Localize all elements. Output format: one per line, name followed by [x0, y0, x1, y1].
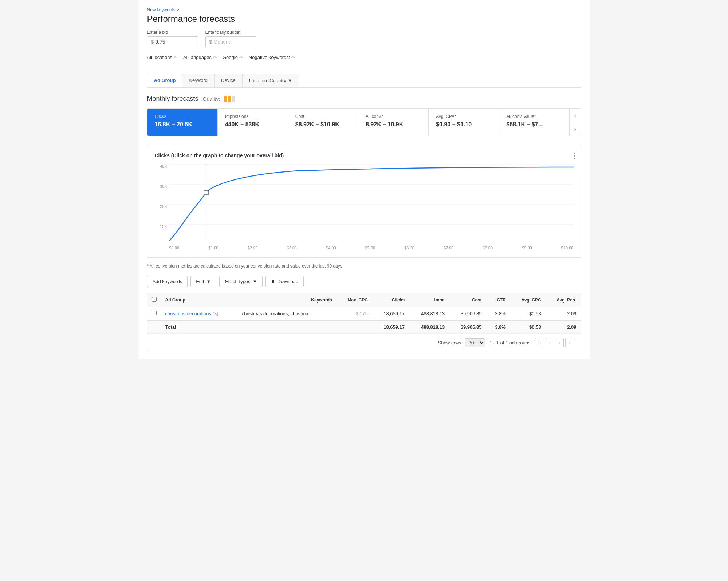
metric-all-conv-value: 8.92K – 10.9K — [366, 121, 421, 128]
metric-clicks[interactable]: Clicks 16.8K – 20.5K — [147, 109, 218, 136]
edit-label: Edit — [196, 279, 204, 284]
total-clicks: 18,659.17 — [372, 320, 409, 334]
select-all-checkbox[interactable] — [152, 297, 157, 302]
total-row: Total 18,659.17 488,818.13 $9,906.85 3.8… — [147, 320, 581, 334]
metric-cost-value: $8.92K – $10.9K — [295, 121, 351, 128]
svg-rect-6 — [204, 190, 208, 195]
tab-device[interactable]: Device — [214, 74, 243, 87]
metric-all-conv-value[interactable]: All conv. value* $58.1K – $7… — [499, 109, 569, 136]
metric-avg-cpa[interactable]: Avg. CPA* $0.90 – $1.10 — [429, 109, 499, 136]
ad-group-link[interactable]: christmas decorations — [165, 311, 211, 316]
match-types-dropdown-icon: ▼ — [253, 279, 257, 284]
metric-all-conv[interactable]: All conv.* 8.92K – 10.9K — [358, 109, 429, 136]
keywords-table: Ad Group Keywords Max. CPC Clicks Impr. … — [147, 293, 581, 351]
header-keywords: Keywords — [237, 293, 337, 307]
bid-input[interactable] — [155, 39, 194, 45]
location-label: All locations — [147, 55, 172, 60]
language-filter[interactable]: All languages ✏ — [183, 55, 217, 60]
first-page-button[interactable]: |‹ — [535, 338, 544, 347]
tab-keyword[interactable]: Keyword — [182, 74, 215, 87]
download-button[interactable]: ⬇ Download — [265, 276, 304, 287]
metrics-row: Clicks 16.8K – 20.5K Impressions 440K – … — [147, 108, 581, 136]
x-label-9: $9.00 — [522, 246, 532, 250]
prev-page-button[interactable]: ‹ — [546, 338, 554, 347]
row-ctr: 3.8% — [486, 307, 510, 321]
footnote: * All conversion metrics are calculated … — [147, 264, 581, 269]
location-filter[interactable]: All locations ✏ — [147, 55, 177, 60]
metric-clicks-label: Clicks — [155, 114, 210, 119]
chart-area[interactable] — [169, 164, 574, 244]
row-clicks: 18,659.17 — [372, 307, 409, 321]
x-label-1: $1.00 — [208, 246, 219, 250]
chart-more-button[interactable] — [574, 153, 575, 159]
budget-input[interactable] — [213, 39, 252, 45]
x-label-5: $5.00 — [365, 246, 375, 250]
show-rows-label: Show rows: — [438, 340, 463, 345]
tab-location[interactable]: Location: Country ▼ — [242, 74, 299, 87]
row-ad-group: christmas decorations (3) — [161, 307, 237, 321]
row-select-checkbox[interactable] — [152, 311, 157, 315]
chart-title: Clicks (Click on the graph to change you… — [155, 153, 574, 158]
more-dot-3 — [574, 158, 575, 159]
header-ctr: CTR — [486, 293, 510, 307]
metric-clicks-value: 16.8K – 20.5K — [155, 121, 210, 128]
monthly-forecasts-title: Monthly forecasts — [147, 95, 198, 103]
toolbar: Add keywords Edit ▼ Match types ▼ ⬇ Down… — [147, 276, 581, 287]
breadcrumb[interactable]: New keywords > — [147, 7, 581, 12]
bid-label: Enter a bid — [147, 30, 198, 35]
table-header-row: Ad Group Keywords Max. CPC Clicks Impr. … — [147, 293, 581, 307]
metric-prev-button[interactable]: ‹ — [573, 109, 578, 122]
row-max-cpc: $0.75 — [337, 307, 372, 321]
quality-bar-1 — [224, 96, 227, 102]
language-label: All languages — [183, 55, 212, 60]
add-keywords-button[interactable]: Add keywords — [147, 276, 188, 287]
y-label-40k: 40K — [160, 164, 167, 169]
row-avg-cpc: $0.53 — [510, 307, 546, 321]
total-max-cpc — [337, 320, 372, 334]
page-title: Performance forecasts — [147, 14, 581, 24]
budget-label: Enter daily budget — [205, 30, 256, 35]
bid-group: Enter a bid $ — [147, 30, 198, 47]
tab-ad-group[interactable]: Ad Group — [147, 74, 183, 87]
x-label-2: $2.00 — [248, 246, 258, 250]
total-avg-cpc: $0.53 — [510, 320, 546, 334]
metric-next-button[interactable]: › — [573, 122, 578, 136]
y-label-10k: 10K — [160, 224, 167, 229]
total-ctr: 3.8% — [486, 320, 510, 334]
bid-currency: $ — [151, 39, 154, 45]
row-impr: 488,818.13 — [409, 307, 449, 321]
language-edit-icon[interactable]: ✏ — [213, 55, 217, 60]
last-page-button[interactable]: ›| — [565, 338, 575, 347]
edit-dropdown-icon: ▼ — [206, 279, 211, 284]
metric-cost-label: Cost — [295, 114, 351, 119]
location-edit-icon[interactable]: ✏ — [174, 55, 177, 60]
more-dot-2 — [574, 155, 575, 157]
quality-bars — [224, 96, 235, 102]
x-axis: $0.00 $1.00 $2.00 $3.00 $4.00 $5.00 $6.0… — [155, 246, 574, 250]
negative-keywords-filter[interactable]: Negative keywords: ✏ — [249, 55, 295, 60]
x-label-0: $0.00 — [169, 246, 180, 250]
show-rows: Show rows: 30 50 100 — [438, 338, 485, 347]
network-edit-icon[interactable]: ✏ — [239, 55, 243, 60]
rows-per-page-select[interactable]: 30 50 100 — [465, 338, 485, 347]
row-keywords: christmas decorations, christma… — [237, 307, 337, 321]
match-types-button[interactable]: Match types ▼ — [219, 276, 263, 287]
metric-impressions[interactable]: Impressions 440K – 538K — [218, 109, 288, 136]
next-page-button[interactable]: › — [556, 338, 564, 347]
metric-cost[interactable]: Cost $8.92K – $10.9K — [288, 109, 358, 136]
ad-group-count: (3) — [213, 311, 219, 316]
chevron-down-icon: ▼ — [288, 78, 292, 83]
metric-impressions-label: Impressions — [225, 114, 280, 119]
total-checkbox-col — [147, 320, 161, 334]
x-label-4: $4.00 — [326, 246, 336, 250]
quality-bar-2 — [228, 96, 231, 102]
quality-bar-3 — [232, 96, 235, 102]
header-clicks: Clicks — [372, 293, 409, 307]
download-icon: ⬇ — [271, 279, 275, 284]
negative-keywords-edit-icon[interactable]: ✏ — [291, 55, 295, 60]
x-label-6: $6.00 — [404, 246, 414, 250]
metric-all-conv-value-label: All conv. value* — [506, 114, 562, 119]
network-filter[interactable]: Google ✏ — [223, 55, 243, 60]
header-cost: Cost — [449, 293, 486, 307]
edit-button[interactable]: Edit ▼ — [190, 276, 216, 287]
